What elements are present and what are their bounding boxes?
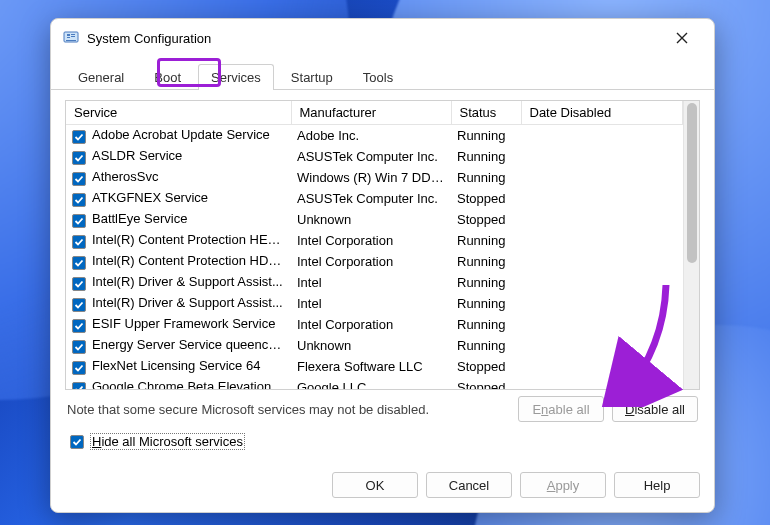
service-status: Running — [451, 146, 521, 167]
service-date — [521, 356, 683, 377]
service-name: Google Chrome Beta Elevation S... — [92, 379, 291, 389]
service-name: ESIF Upper Framework Service — [92, 316, 276, 331]
service-date — [521, 209, 683, 230]
table-row[interactable]: AtherosSvcWindows (R) Win 7 DDK p...Runn… — [66, 167, 683, 188]
service-status: Stopped — [451, 209, 521, 230]
service-date — [521, 188, 683, 209]
close-button[interactable] — [662, 23, 702, 53]
table-row[interactable]: Energy Server Service queencreekUnknownR… — [66, 335, 683, 356]
table-row[interactable]: Intel(R) Content Protection HECI...Intel… — [66, 230, 683, 251]
service-status: Running — [451, 272, 521, 293]
service-name: ATKGFNEX Service — [92, 190, 208, 205]
sysconfig-window: System Configuration General Boot Servic… — [50, 18, 715, 513]
service-checkbox[interactable] — [72, 277, 86, 291]
service-date — [521, 272, 683, 293]
ok-button[interactable]: OK — [332, 472, 418, 498]
col-service[interactable]: Service — [66, 101, 291, 125]
service-date — [521, 251, 683, 272]
service-name: Adobe Acrobat Update Service — [92, 127, 270, 142]
titlebar: System Configuration — [51, 19, 714, 57]
service-name: Intel(R) Driver & Support Assist... — [92, 295, 283, 310]
service-status: Running — [451, 230, 521, 251]
service-name: AtherosSvc — [92, 169, 158, 184]
app-icon — [63, 30, 79, 46]
service-checkbox[interactable] — [72, 130, 86, 144]
service-mfr: Intel Corporation — [291, 251, 451, 272]
service-mfr: Unknown — [291, 335, 451, 356]
help-button[interactable]: Help — [614, 472, 700, 498]
service-checkbox[interactable] — [72, 340, 86, 354]
tab-boot[interactable]: Boot — [141, 64, 194, 90]
service-status: Stopped — [451, 377, 521, 389]
tab-services[interactable]: Services — [198, 64, 274, 90]
service-mfr: ASUSTek Computer Inc. — [291, 146, 451, 167]
table-row[interactable]: Intel(R) Driver & Support Assist...Intel… — [66, 272, 683, 293]
service-checkbox[interactable] — [72, 172, 86, 186]
service-date — [521, 293, 683, 314]
tabstrip: General Boot Services Startup Tools — [51, 57, 714, 90]
service-date — [521, 125, 683, 147]
tab-tools[interactable]: Tools — [350, 64, 406, 90]
service-checkbox[interactable] — [72, 256, 86, 270]
svg-rect-5 — [71, 36, 75, 37]
window-title: System Configuration — [87, 31, 211, 46]
table-row[interactable]: ASLDR ServiceASUSTek Computer Inc.Runnin… — [66, 146, 683, 167]
service-status: Running — [451, 293, 521, 314]
service-checkbox[interactable] — [72, 382, 86, 389]
table-row[interactable]: FlexNet Licensing Service 64Flexera Soft… — [66, 356, 683, 377]
table-row[interactable]: BattlEye ServiceUnknownStopped — [66, 209, 683, 230]
service-checkbox[interactable] — [72, 235, 86, 249]
service-status: Running — [451, 125, 521, 147]
service-checkbox[interactable] — [72, 319, 86, 333]
enable-all-button[interactable]: Enable all — [518, 396, 604, 422]
list-scrollbar[interactable] — [683, 101, 699, 389]
tab-general[interactable]: General — [65, 64, 137, 90]
services-list: Service Manufacturer Status Date Disable… — [65, 100, 700, 390]
service-date — [521, 230, 683, 251]
svg-rect-1 — [66, 40, 76, 41]
tab-startup[interactable]: Startup — [278, 64, 346, 90]
service-date — [521, 335, 683, 356]
check-icon — [72, 437, 82, 447]
col-manufacturer[interactable]: Manufacturer — [291, 101, 451, 125]
table-row[interactable]: ATKGFNEX ServiceASUSTek Computer Inc.Sto… — [66, 188, 683, 209]
service-name: Energy Server Service queencreek — [92, 337, 291, 352]
svg-rect-3 — [67, 37, 70, 38]
service-checkbox[interactable] — [72, 361, 86, 375]
service-checkbox[interactable] — [72, 151, 86, 165]
hide-ms-services-option[interactable]: Hide all Microsoft services — [67, 430, 250, 453]
service-mfr: ASUSTek Computer Inc. — [291, 188, 451, 209]
table-row[interactable]: Intel(R) Content Protection HDC...Intel … — [66, 251, 683, 272]
service-status: Running — [451, 314, 521, 335]
service-name: BattlEye Service — [92, 211, 187, 226]
table-row[interactable]: Intel(R) Driver & Support Assist...Intel… — [66, 293, 683, 314]
service-mfr: Intel Corporation — [291, 314, 451, 335]
service-name: Intel(R) Driver & Support Assist... — [92, 274, 283, 289]
service-mfr: Adobe Inc. — [291, 125, 451, 147]
hide-ms-label: Hide all Microsoft services — [90, 433, 245, 450]
col-status[interactable]: Status — [451, 101, 521, 125]
service-mfr: Unknown — [291, 209, 451, 230]
service-checkbox[interactable] — [72, 193, 86, 207]
service-status: Running — [451, 251, 521, 272]
disable-all-button[interactable]: Disable all — [612, 396, 698, 422]
service-name: ASLDR Service — [92, 148, 182, 163]
close-icon — [676, 32, 688, 44]
cancel-button[interactable]: Cancel — [426, 472, 512, 498]
service-status: Running — [451, 335, 521, 356]
service-checkbox[interactable] — [72, 298, 86, 312]
svg-rect-2 — [67, 34, 70, 36]
table-row[interactable]: Adobe Acrobat Update ServiceAdobe Inc.Ru… — [66, 125, 683, 147]
service-date — [521, 377, 683, 389]
service-date — [521, 314, 683, 335]
dialog-buttons: OK Cancel Apply Help — [51, 462, 714, 512]
table-row[interactable]: ESIF Upper Framework ServiceIntel Corpor… — [66, 314, 683, 335]
table-row[interactable]: Google Chrome Beta Elevation S...Google … — [66, 377, 683, 389]
service-name: Intel(R) Content Protection HDC... — [92, 253, 289, 268]
col-date-disabled[interactable]: Date Disabled — [521, 101, 683, 125]
scrollbar-thumb[interactable] — [687, 103, 697, 263]
service-date — [521, 167, 683, 188]
apply-button[interactable]: Apply — [520, 472, 606, 498]
hide-ms-checkbox[interactable] — [70, 435, 84, 449]
service-checkbox[interactable] — [72, 214, 86, 228]
